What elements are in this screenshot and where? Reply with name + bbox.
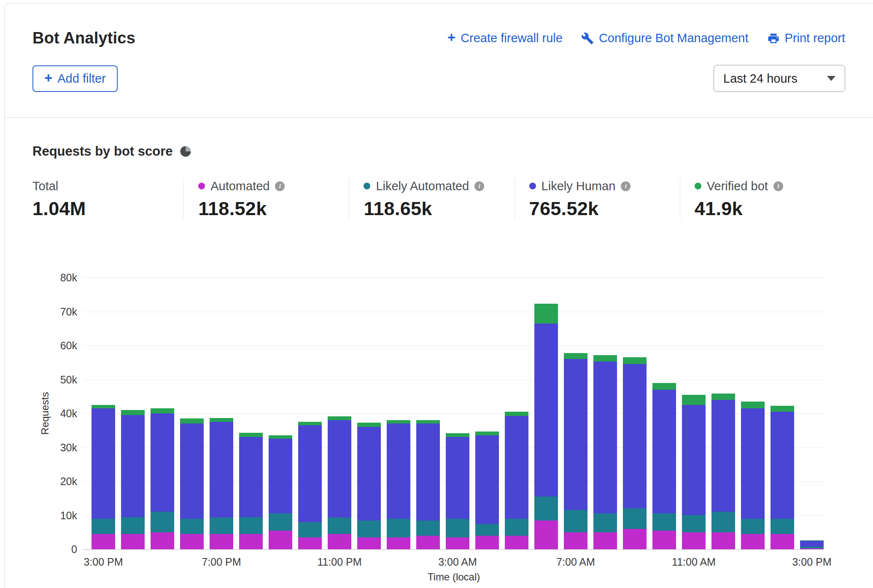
bar-segment-likely-automated (505, 519, 528, 536)
create-firewall-rule-label: Create firewall rule (461, 31, 563, 45)
requests-chart: Requests 010k20k30k40k50k60k70k80k 3:00 … (5, 257, 873, 586)
add-filter-button[interactable]: + Add filter (32, 65, 118, 92)
stat-verified-bot-label: Verified bot (707, 179, 768, 193)
bar-24: 3:00 PM (800, 540, 824, 549)
bar-segment-likely-human (92, 408, 115, 519)
bar-segment-likely-automated (564, 510, 587, 532)
bar-segment-verified-bot (475, 432, 499, 436)
bar-segment-likely-automated (416, 521, 440, 536)
bar-segment-verified-bot (652, 383, 676, 390)
bar-segment-automated (682, 532, 706, 549)
bar-segment-verified-bot (593, 355, 617, 361)
bar-10 (387, 420, 410, 549)
bar-segment-likely-human (298, 425, 322, 522)
header-actions: + Create firewall rule Configure Bot Man… (447, 31, 845, 45)
plus-icon: + (44, 71, 52, 85)
bar-segment-likely-human (771, 412, 794, 519)
bar-segment-verified-bot (239, 433, 263, 437)
time-range-select[interactable]: Last 24 hours (714, 65, 845, 92)
bar-segment-likely-human (711, 400, 735, 512)
y-axis-ticks: 010k20k30k40k50k60k70k80k (5, 278, 77, 549)
bars: 3:00 PM7:00 PM11:00 PM3:00 AM7:00 AM11:0… (92, 278, 824, 549)
bar-segment-likely-automated (652, 513, 676, 530)
bar-segment-verified-bot (357, 423, 381, 427)
configure-bot-management-link[interactable]: Configure Bot Management (581, 31, 749, 45)
stat-likely-human-label: Likely Human (542, 179, 616, 193)
bar-segment-likely-human (475, 435, 499, 523)
bar-segment-likely-human (682, 405, 706, 515)
legend-dot-verified-bot (695, 183, 701, 189)
bar-segment-verified-bot (151, 408, 174, 413)
bar-segment-likely-human (505, 416, 528, 518)
bar-segment-automated (239, 534, 263, 549)
wrench-icon (581, 32, 594, 45)
info-icon[interactable]: i (621, 181, 630, 191)
configure-bot-management-label: Configure Bot Management (599, 31, 749, 45)
bar-segment-likely-automated (387, 519, 410, 537)
stat-total-value: 1.04M (32, 198, 175, 220)
bar-segment-likely-automated (269, 513, 292, 530)
y-tick-label: 60k (5, 339, 77, 352)
bar-segment-likely-human (357, 427, 381, 520)
bar-22 (741, 402, 765, 549)
add-filter-label: Add filter (57, 72, 105, 86)
bar-6 (269, 435, 292, 549)
stat-likely-human: Likely Human i 765.52k (515, 178, 680, 220)
legend-dot-likely-human (529, 183, 536, 189)
y-tick-label: 30k (5, 441, 77, 454)
bar-segment-likely-human (593, 361, 617, 514)
bar-segment-likely-human (800, 541, 824, 547)
x-tick-label: 3:00 PM (792, 556, 831, 568)
x-tick-label: 11:00 AM (672, 556, 716, 568)
bar-14 (505, 412, 528, 549)
bar-segment-verified-bot (328, 416, 351, 421)
bar-9 (357, 423, 381, 549)
bar-segment-likely-human (446, 437, 469, 518)
bar-segment-automated (269, 531, 292, 549)
plot-area: 3:00 PM7:00 PM11:00 PM3:00 AM7:00 AM11:0… (83, 278, 824, 549)
bar-16: 7:00 AM (564, 353, 587, 549)
bar-segment-automated (328, 534, 351, 549)
stats-row: Total 1.04M Automated i 118.52k Like (32, 178, 845, 220)
bar-segment-automated (92, 534, 115, 549)
bar-segment-automated (357, 537, 381, 549)
stat-likely-automated-label: Likely Automated (376, 179, 469, 193)
stat-likely-human-value: 765.52k (529, 198, 671, 220)
print-report-link[interactable]: Print report (767, 31, 845, 45)
bar-3 (180, 418, 204, 549)
bar-segment-likely-automated (534, 496, 558, 520)
bar-segment-verified-bot (534, 304, 558, 324)
bar-segment-automated (210, 534, 233, 549)
pie-chart-icon (179, 145, 192, 158)
bar-segment-verified-bot (711, 394, 735, 400)
print-report-label: Print report (785, 31, 845, 45)
bar-segment-verified-bot (771, 406, 794, 412)
bar-segment-likely-automated (593, 513, 617, 532)
y-tick-label: 20k (5, 475, 77, 488)
bar-segment-automated (741, 534, 765, 549)
bar-segment-verified-bot (269, 435, 292, 439)
y-tick-label: 50k (5, 373, 77, 386)
bar-segment-likely-automated (741, 519, 765, 534)
bar-segment-verified-bot (416, 420, 440, 423)
info-icon[interactable]: i (275, 181, 285, 191)
bar-5 (239, 433, 263, 549)
create-firewall-rule-link[interactable]: + Create firewall rule (447, 31, 563, 45)
bar-segment-likely-human (416, 423, 440, 520)
bar-segment-likely-automated (711, 512, 735, 532)
bar-segment-likely-automated (623, 508, 647, 529)
x-tick-label: 3:00 AM (438, 556, 477, 568)
info-icon[interactable]: i (474, 181, 484, 191)
info-icon[interactable]: i (773, 181, 783, 191)
bar-segment-verified-bot (121, 410, 145, 415)
bar-segment-verified-bot (682, 395, 706, 405)
bar-segment-automated (387, 537, 410, 549)
bar-13 (475, 432, 499, 549)
bar-segment-likely-automated (239, 517, 263, 534)
bar-segment-likely-human (151, 413, 174, 512)
page-title: Bot Analytics (32, 29, 135, 47)
stat-automated-label: Automated (210, 179, 269, 193)
bar-segment-likely-human (623, 364, 647, 508)
bar-segment-automated (564, 532, 587, 549)
bar-segment-automated (623, 529, 647, 549)
